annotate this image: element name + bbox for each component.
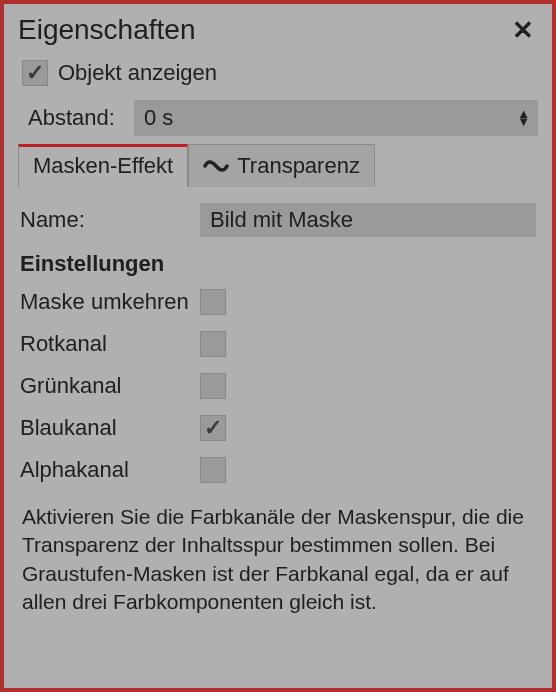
tab-mask-effect[interactable]: Masken-Effekt [18,144,188,187]
setting-blue-label: Blaukanal [20,415,200,441]
show-object-row: Objekt anzeigen [18,56,538,100]
spacing-spinner[interactable]: 0 s ▲▼ [134,100,538,136]
tab-mask-label: Masken-Effekt [33,153,173,179]
spacing-row: Abstand: 0 s ▲▼ [18,100,538,142]
show-object-checkbox[interactable] [22,60,48,86]
name-row: Name: [20,203,536,237]
help-text: Aktivieren Sie die Farbkanäle der Masken… [20,499,536,616]
setting-invert-label: Maske umkehren [20,289,200,315]
setting-green-checkbox[interactable] [200,373,226,399]
close-icon[interactable]: ✕ [508,15,538,46]
spacing-value: 0 s [144,105,173,131]
tab-bar: Masken-Effekt Transparenz [18,144,538,187]
tab-content: Name: Einstellungen Maske umkehren Rotka… [18,187,538,616]
properties-panel: Eigenschaften ✕ Objekt anzeigen Abstand:… [4,4,552,688]
transparency-icon [203,155,229,177]
setting-blue-checkbox[interactable] [200,415,226,441]
setting-red-checkbox[interactable] [200,331,226,357]
setting-alpha-row: Alphakanal [20,457,536,483]
setting-green-label: Grünkanal [20,373,200,399]
panel-title: Eigenschaften [18,14,195,46]
spacing-label: Abstand: [28,105,124,131]
setting-alpha-label: Alphakanal [20,457,200,483]
name-label: Name: [20,207,200,233]
setting-invert-checkbox[interactable] [200,289,226,315]
show-object-label: Objekt anzeigen [58,60,217,86]
panel-header: Eigenschaften ✕ [18,12,538,56]
setting-green-row: Grünkanal [20,373,536,399]
tab-transparency-label: Transparenz [237,153,360,179]
settings-heading: Einstellungen [20,251,536,277]
setting-blue-row: Blaukanal [20,415,536,441]
name-input[interactable] [200,203,536,237]
updown-icon: ▲▼ [517,110,530,126]
setting-invert-row: Maske umkehren [20,289,536,315]
setting-red-label: Rotkanal [20,331,200,357]
setting-red-row: Rotkanal [20,331,536,357]
tab-transparency[interactable]: Transparenz [188,144,375,187]
setting-alpha-checkbox[interactable] [200,457,226,483]
